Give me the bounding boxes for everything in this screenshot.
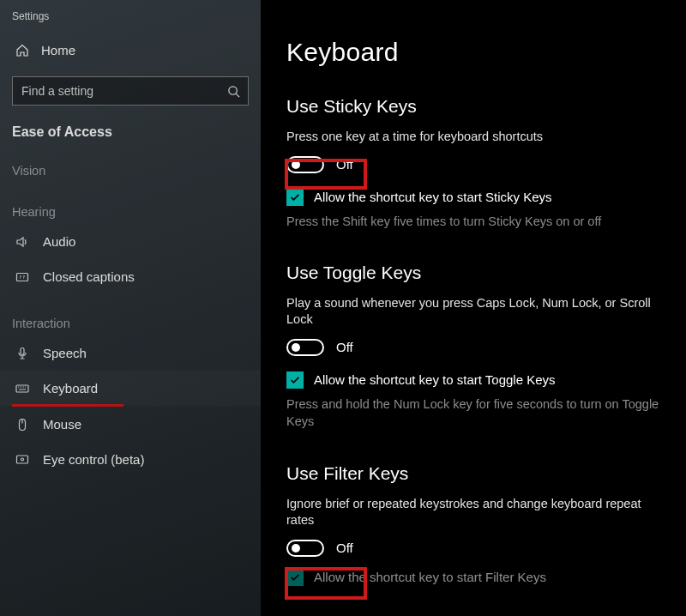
sidebar-item-label: Mouse [43, 417, 81, 432]
sidebar-item-audio[interactable]: Audio [0, 224, 261, 259]
group-interaction: Interaction [0, 294, 261, 335]
svg-rect-3 [16, 385, 28, 392]
sidebar-item-speech[interactable]: Speech [0, 335, 261, 371]
cc-icon [15, 270, 29, 284]
svg-rect-1 [17, 273, 28, 281]
section-description: Play a sound whenever you press Caps Loc… [286, 295, 660, 329]
group-hearing: Hearing [0, 183, 261, 224]
toggle-switch[interactable] [286, 156, 324, 173]
toggle-state-label: Off [336, 340, 353, 354]
sticky-keys-toggle[interactable]: Off [286, 156, 660, 173]
checkbox-checked[interactable] [286, 569, 304, 586]
sidebar-item-eye-control[interactable]: Eye control (beta) [0, 442, 261, 477]
sticky-keys-shortcut-checkbox[interactable]: Allow the shortcut key to start Sticky K… [286, 189, 660, 206]
sidebar: Settings Home Ease of Access Vision Hear… [0, 0, 261, 616]
home-label: Home [41, 43, 75, 57]
home-icon [15, 44, 29, 57]
svg-point-6 [21, 458, 24, 461]
sidebar-item-mouse[interactable]: Mouse [0, 407, 261, 442]
page-title: Keyboard [286, 38, 660, 67]
filter-keys-toggle[interactable]: Off [286, 540, 660, 557]
mouse-icon [15, 418, 29, 432]
sidebar-item-label: Audio [43, 234, 75, 249]
section-heading: Ease of Access [0, 121, 261, 142]
search-input[interactable] [12, 76, 249, 106]
toggle-keys-shortcut-checkbox[interactable]: Allow the shortcut key to start Toggle K… [286, 371, 660, 389]
toggle-state-label: Off [336, 541, 353, 555]
section-sticky-keys: Use Sticky Keys Press one key at a time … [286, 96, 660, 230]
group-vision: Vision [0, 142, 261, 183]
keyboard-icon [15, 382, 29, 396]
main-content: Keyboard Use Sticky Keys Press one key a… [261, 0, 686, 616]
section-heading: Use Toggle Keys [286, 263, 660, 283]
search-field[interactable] [12, 76, 249, 106]
sidebar-item-label: Eye control (beta) [43, 452, 144, 467]
svg-rect-2 [21, 347, 24, 354]
filter-keys-shortcut-checkbox[interactable]: Allow the shortcut key to start Filter K… [286, 569, 660, 586]
checkbox-label: Allow the shortcut key to start Toggle K… [314, 372, 556, 387]
checkbox-checked[interactable] [286, 189, 304, 206]
eye-control-icon [15, 453, 29, 467]
section-heading: Use Sticky Keys [286, 96, 660, 117]
section-subtext: Press the Shift key five times to turn S… [286, 213, 660, 230]
toggle-state-label: Off [336, 157, 353, 172]
sidebar-item-label: Keyboard [43, 381, 98, 396]
section-filter-keys: Use Filter Keys Ignore brief or repeated… [286, 463, 660, 586]
sidebar-item-closed-captions[interactable]: Closed captions [0, 259, 261, 294]
checkbox-label: Allow the shortcut key to start Filter K… [314, 570, 546, 584]
window-title: Settings [0, 9, 261, 38]
sidebar-item-label: Closed captions [43, 269, 135, 284]
speaker-icon [15, 235, 29, 249]
section-subtext: Press and hold the Num Lock key for five… [286, 396, 660, 431]
checkbox-label: Allow the shortcut key to start Sticky K… [314, 190, 552, 204]
checkbox-checked[interactable] [286, 371, 304, 389]
toggle-switch[interactable] [286, 540, 324, 557]
section-description: Press one key at a time for keyboard sho… [286, 129, 660, 146]
section-heading: Use Filter Keys [286, 463, 660, 484]
svg-rect-5 [17, 456, 28, 463]
sidebar-item-label: Speech [43, 346, 87, 360]
toggle-switch[interactable] [286, 339, 324, 356]
microphone-icon [15, 347, 29, 360]
sidebar-item-keyboard[interactable]: Keyboard [0, 371, 261, 406]
toggle-keys-toggle[interactable]: Off [286, 339, 660, 356]
section-toggle-keys: Use Toggle Keys Play a sound whenever yo… [286, 263, 660, 431]
section-description: Ignore brief or repeated keystrokes and … [286, 496, 660, 529]
home-button[interactable]: Home [0, 38, 261, 76]
